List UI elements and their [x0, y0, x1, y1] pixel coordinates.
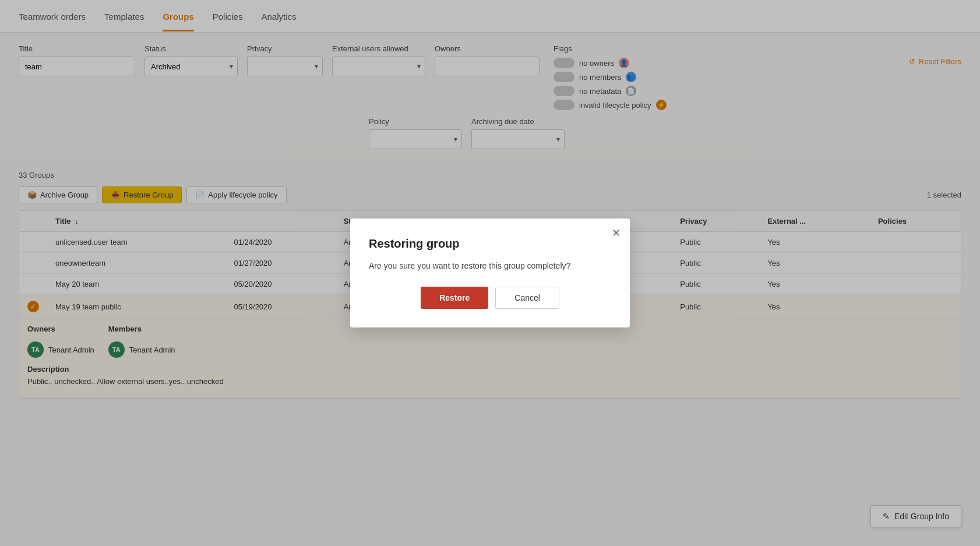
modal-close-button[interactable]: ✕ — [612, 227, 621, 239]
modal-actions: Restore Cancel — [369, 287, 611, 309]
modal-cancel-button[interactable]: Cancel — [495, 287, 559, 309]
restore-modal: ✕ Restoring group Are you sure you want … — [350, 219, 630, 327]
modal-restore-button[interactable]: Restore — [421, 287, 488, 309]
modal-title: Restoring group — [369, 237, 611, 251]
modal-body: Are you sure you want to restore this gr… — [369, 261, 611, 270]
modal-overlay: ✕ Restoring group Are you sure you want … — [0, 0, 980, 408]
